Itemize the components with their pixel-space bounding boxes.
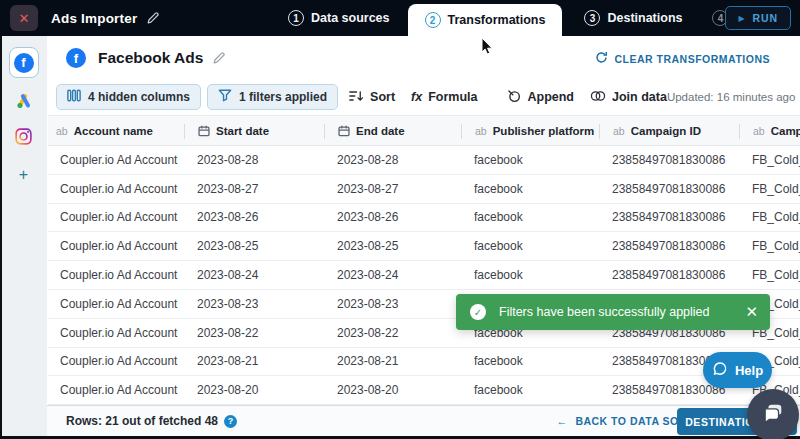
cell-publisher-platform: facebook: [461, 210, 599, 224]
cell-campaign: FB_Cold_Pl: [739, 210, 800, 224]
tab-transformations[interactable]: 2 Transformations: [408, 4, 563, 36]
run-button[interactable]: ▶ RUN: [725, 6, 791, 30]
clear-transformations-button[interactable]: CLEAR TRANSFORMATIONS: [595, 51, 770, 66]
help-button[interactable]: Help: [703, 352, 772, 388]
sort-label: Sort: [370, 90, 395, 104]
cell-start-date: 2023-08-27: [184, 182, 324, 196]
sidebar-item-facebook[interactable]: f: [9, 47, 39, 78]
reset-icon: [595, 51, 608, 66]
column-label: Account name: [74, 125, 153, 137]
sidebar-item-google-ads[interactable]: [14, 92, 34, 114]
cell-start-date: 2023-08-23: [184, 297, 324, 311]
top-bar: ✕ Ads Importer 1 Data sources 2 Transfor…: [0, 0, 800, 36]
cell-account-name: Coupler.io Ad Account: [48, 268, 184, 282]
cell-start-date: 2023-08-20: [184, 383, 324, 397]
run-label: RUN: [753, 12, 778, 24]
join-data-button[interactable]: Join data: [590, 90, 667, 105]
hidden-columns-button[interactable]: 4 hidden columns: [56, 84, 201, 110]
sources-sidebar: f +: [0, 36, 47, 439]
column-header-publisher-platform[interactable]: ab Publisher platform: [461, 116, 599, 145]
add-source-button[interactable]: +: [19, 166, 28, 184]
facebook-icon: f: [14, 53, 34, 73]
cell-publisher-platform: facebook: [461, 153, 599, 167]
cell-publisher-platform: facebook: [461, 383, 599, 397]
cell-account-name: Coupler.io Ad Account: [48, 297, 184, 311]
text-type-icon: ab: [613, 125, 625, 137]
cell-start-date: 2023-08-22: [184, 326, 324, 340]
cell-campaign-id: 23858497081830086: [599, 182, 739, 196]
cell-end-date: 2023-08-26: [324, 210, 461, 224]
cell-end-date: 2023-08-25: [324, 239, 461, 253]
toast-close-button[interactable]: ✕: [745, 303, 758, 321]
calendar-icon: [198, 125, 210, 137]
table-row: Coupler.io Ad Account 2023-08-27 2023-08…: [48, 175, 800, 204]
sort-button[interactable]: Sort: [349, 90, 395, 105]
footer-bar: Rows: 21 out of fetched 48 ? ← BACK TO D…: [47, 405, 800, 436]
toast-message: Filters have been successfully applied: [499, 305, 710, 319]
text-type-icon: ab: [56, 125, 68, 137]
column-label: Start date: [216, 125, 269, 137]
cell-end-date: 2023-08-23: [324, 297, 461, 311]
plus-icon: +: [19, 166, 28, 183]
close-icon: ✕: [745, 303, 758, 320]
main-panel: f Facebook Ads CLEAR TRANSFORMATIONS 4 h…: [47, 36, 800, 436]
cell-account-name: Coupler.io Ad Account: [48, 182, 184, 196]
column-header-account-name[interactable]: ab Account name: [48, 116, 184, 145]
cell-publisher-platform: facebook: [461, 268, 599, 282]
facebook-icon: f: [66, 48, 86, 68]
formula-button[interactable]: fx Formula: [411, 90, 477, 104]
close-button[interactable]: ✕: [10, 5, 38, 31]
source-title: Facebook Ads: [98, 49, 203, 67]
close-icon: ✕: [19, 11, 30, 26]
cell-campaign: FB_Cold_Pl: [739, 268, 800, 282]
tab-destinations[interactable]: 3 Destinations: [584, 0, 700, 36]
join-data-label: Join data: [612, 90, 667, 104]
cell-campaign-id: 23858497081830086: [599, 210, 739, 224]
column-header-start-date[interactable]: Start date: [184, 116, 324, 145]
column-header-campaign[interactable]: ab Campaign: [739, 116, 800, 145]
cell-end-date: 2023-08-28: [324, 153, 461, 167]
help-label: Help: [735, 363, 763, 378]
window-left-edge: [0, 36, 2, 439]
google-ads-icon: [14, 92, 34, 114]
column-label: Campaign ID: [631, 125, 701, 137]
info-icon[interactable]: ?: [224, 415, 237, 428]
calendar-icon: [338, 125, 350, 137]
updated-status: Updated: 16 minutes ago: [667, 91, 796, 103]
tab-data-sources[interactable]: 1 Data sources: [288, 0, 408, 36]
data-preview-table: ab Account name Start date End date ab P…: [48, 115, 800, 405]
cell-end-date: 2023-08-22: [324, 326, 461, 340]
sidebar-item-instagram[interactable]: [15, 128, 32, 149]
chat-launcher-button[interactable]: [747, 389, 799, 439]
column-label: Publisher platform: [493, 125, 595, 137]
join-circles-icon: [590, 90, 606, 105]
table-row: Coupler.io Ad Account 2023-08-24 2023-08…: [48, 261, 800, 290]
append-button[interactable]: Append: [507, 89, 574, 106]
cell-account-name: Coupler.io Ad Account: [48, 153, 184, 167]
cell-account-name: Coupler.io Ad Account: [48, 354, 184, 368]
table-row: Coupler.io Ad Account 2023-08-20 2023-08…: [48, 376, 800, 405]
column-label: End date: [356, 125, 405, 137]
column-label: Campaign: [771, 125, 800, 137]
cell-campaign-id: 23858497081830086: [599, 268, 739, 282]
cell-account-name: Coupler.io Ad Account: [48, 326, 184, 340]
cell-start-date: 2023-08-21: [184, 354, 324, 368]
column-header-campaign-id[interactable]: ab Campaign ID: [599, 116, 739, 145]
text-type-icon: ab: [475, 125, 487, 137]
column-header-end-date[interactable]: End date: [324, 116, 461, 145]
cell-start-date: 2023-08-24: [184, 268, 324, 282]
clear-transformations-label: CLEAR TRANSFORMATIONS: [614, 53, 770, 65]
table-row: Coupler.io Ad Account 2023-08-28 2023-08…: [48, 146, 800, 175]
edit-source-title-icon[interactable]: [212, 51, 226, 65]
edit-title-icon[interactable]: [146, 11, 160, 25]
rows-count: Rows: 21 out of fetched 48: [66, 414, 218, 428]
cell-publisher-platform: facebook: [461, 182, 599, 196]
step-label: Transformations: [448, 13, 546, 27]
success-toast: ✓ Filters have been successfully applied…: [456, 294, 770, 330]
filters-button[interactable]: 1 filters applied: [207, 84, 338, 110]
hidden-columns-label: 4 hidden columns: [88, 90, 190, 104]
cell-account-name: Coupler.io Ad Account: [48, 383, 184, 397]
columns-icon: [67, 89, 81, 105]
formula-icon: fx: [411, 90, 422, 104]
step-number: 3: [584, 10, 600, 26]
